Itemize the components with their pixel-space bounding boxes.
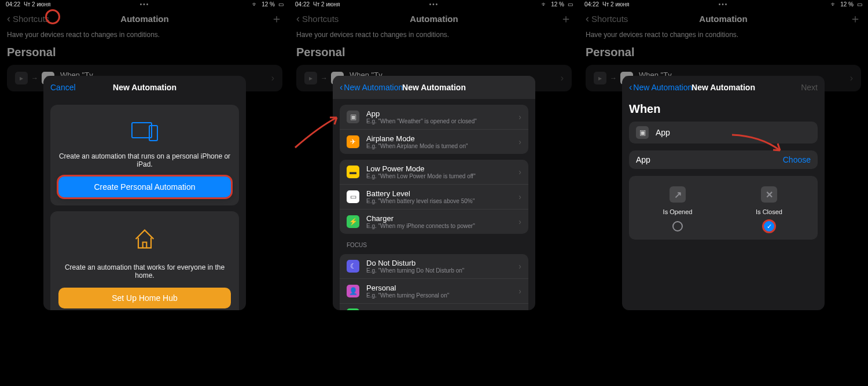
choose-button[interactable]: Choose	[783, 155, 811, 164]
back-new-automation[interactable]: ‹New Automation	[340, 82, 403, 93]
trigger-battery-level[interactable]: ▭ Battery Level E.g. "When battery level…	[340, 185, 528, 209]
trigger-list-sheet: ‹New Automation New Automation ▣ App E.g…	[333, 76, 535, 310]
status-time: 04:22	[295, 1, 310, 8]
wifi-icon: ᯤ	[831, 1, 837, 8]
back-shortcuts[interactable]: ‹ Shortcuts	[586, 13, 628, 25]
open-close-toggle: ↗ Is Opened ✕ Is Closed ✓	[629, 176, 818, 240]
nav-bar: ‹ Shortcuts Automation ＋	[579, 9, 868, 28]
source-app-icon: ▸	[15, 72, 28, 84]
trigger-sub: E.g. "When my iPhone connects to power"	[366, 223, 512, 229]
battery-icon: ▭	[278, 1, 284, 8]
section-personal: Personal	[579, 39, 868, 63]
next-button[interactable]: Next	[801, 83, 818, 92]
trigger-airplane[interactable]: ✈ Airplane Mode E.g. "When Airplane Mode…	[340, 130, 528, 154]
status-time: 04:22	[584, 1, 599, 8]
battery-level-icon: ▭	[347, 190, 359, 203]
arrow-icon: →	[321, 74, 328, 82]
source-app-icon: ▸	[304, 72, 317, 84]
focus-header: Focus	[347, 242, 521, 248]
create-personal-automation-button[interactable]: Create Personal Automation	[58, 177, 231, 197]
close-icon: ✕	[761, 186, 777, 203]
chevron-right-icon: ›	[518, 137, 521, 146]
chevron-left-icon: ‹	[340, 82, 343, 92]
personal-focus-icon: 👤	[347, 285, 359, 297]
chevron-right-icon: ›	[561, 73, 564, 83]
setup-home-hub-button[interactable]: Set Up Home Hub	[58, 288, 231, 308]
status-time: 04:22	[6, 1, 20, 8]
status-date: Чт 2 июня	[24, 1, 50, 8]
charger-icon: ⚡	[347, 215, 359, 228]
add-automation-button[interactable]: ＋	[849, 11, 861, 27]
personal-desc: Create an automation that runs on a pers…	[58, 152, 231, 168]
chevron-left-icon: ‹	[586, 13, 589, 25]
page-subtitle: Have your devices react to changes in co…	[579, 28, 868, 39]
back-label: Shortcuts	[13, 14, 49, 24]
trigger-type-row: ▣ App	[629, 122, 818, 144]
battery-pct: 12 %	[551, 1, 564, 8]
when-heading: When	[622, 99, 825, 122]
nav-bar: ‹ Shortcuts Automation ＋	[289, 9, 579, 28]
home-automation-card: Create an automation that works for ever…	[50, 211, 239, 310]
is-closed-option[interactable]: ✕ Is Closed ✓	[726, 186, 812, 231]
battery-pct: 12 %	[840, 1, 854, 8]
trigger-title: Airplane Mode	[366, 134, 512, 143]
home-desc: Create an automation that works for ever…	[58, 263, 231, 280]
section-personal: Personal	[0, 39, 289, 63]
back-new-automation[interactable]: ‹New Automation	[629, 82, 692, 93]
nav-title: Automation	[699, 14, 747, 24]
trigger-title: Charger	[366, 214, 512, 223]
back-shortcuts[interactable]: ‹ Shortcuts	[7, 13, 49, 25]
chevron-left-icon: ‹	[629, 82, 632, 92]
trigger-personal-focus[interactable]: 👤 Personal E.g. "When turning Personal o…	[340, 279, 528, 304]
multitask-dots[interactable]: •••	[140, 1, 150, 8]
back-label: Shortcuts	[591, 14, 628, 24]
opened-label: Is Opened	[663, 208, 693, 215]
trigger-charger[interactable]: ⚡ Charger E.g. "When my iPhone connects …	[340, 209, 528, 234]
dnd-icon: ☾	[347, 260, 359, 273]
sheet-title: New Automation	[113, 83, 176, 92]
trigger-sub: E.g. "When turning Do Not Disturb on"	[366, 267, 512, 274]
devices-icon	[58, 115, 231, 145]
chevron-right-icon: ›	[850, 73, 853, 83]
wifi-icon: ᯤ	[542, 1, 547, 8]
back-shortcuts[interactable]: ‹ Shortcuts	[296, 13, 339, 25]
work-focus-icon	[347, 308, 359, 310]
nav-title: Automation	[120, 14, 168, 24]
trigger-title: Personal	[366, 284, 512, 292]
battery-icon: ▭	[568, 1, 573, 8]
trigger-app[interactable]: ▣ App E.g. "When "Weather" is opened or …	[340, 105, 528, 130]
page-subtitle: Have your devices react to changes in co…	[289, 28, 579, 39]
add-automation-button[interactable]: ＋	[560, 11, 572, 27]
status-date: Чт 2 июня	[602, 1, 629, 8]
trigger-work-focus[interactable]: Work	[340, 304, 528, 310]
cancel-button[interactable]: Cancel	[50, 83, 76, 92]
back-label: Shortcuts	[302, 14, 339, 24]
chevron-left-icon: ‹	[7, 13, 10, 25]
trigger-type-label: App	[656, 128, 811, 137]
chevron-right-icon: ›	[518, 112, 521, 122]
trigger-low-power[interactable]: ▬ Low Power Mode E.g. "When Low Power Mo…	[340, 160, 528, 185]
arrow-icon: →	[610, 74, 617, 82]
opened-radio[interactable]	[672, 221, 683, 231]
trigger-title: Do Not Disturb	[366, 259, 512, 267]
chevron-right-icon: ›	[518, 262, 521, 271]
battery-pct: 12 %	[262, 1, 275, 8]
is-opened-option[interactable]: ↗ Is Opened	[635, 186, 720, 231]
low-power-icon: ▬	[347, 166, 359, 178]
open-icon: ↗	[670, 186, 686, 203]
trigger-title: App	[366, 109, 512, 118]
wifi-icon: ᯤ	[252, 1, 258, 8]
nav-title: Automation	[410, 14, 458, 24]
chevron-right-icon: ›	[518, 167, 521, 177]
add-automation-button[interactable]: ＋	[271, 11, 282, 27]
closed-radio[interactable]: ✓	[764, 221, 774, 231]
page-subtitle: Have your devices react to changes in co…	[0, 28, 289, 39]
section-personal: Personal	[289, 39, 579, 63]
trigger-sub: E.g. "When battery level rises above 50%…	[366, 198, 512, 204]
choose-app-row[interactable]: App Choose	[629, 150, 818, 169]
multitask-dots[interactable]: •••	[719, 1, 729, 8]
trigger-dnd[interactable]: ☾ Do Not Disturb E.g. "When turning Do N…	[340, 254, 528, 279]
multitask-dots[interactable]: •••	[429, 1, 439, 8]
app-trigger-sheet: ‹New Automation New Automation Next When…	[622, 76, 825, 310]
trigger-sub: E.g. "When "Weather" is opened or closed…	[366, 118, 512, 124]
